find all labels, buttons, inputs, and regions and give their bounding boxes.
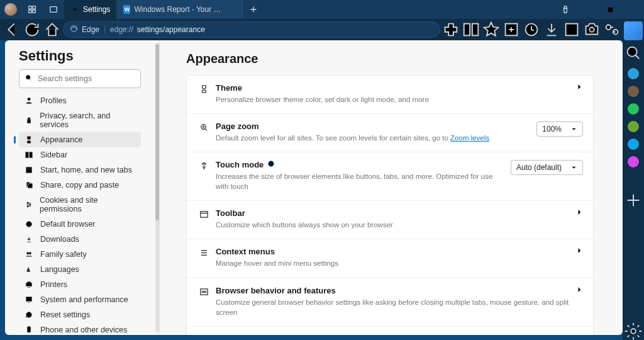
sidebar-app-telegram[interactable] bbox=[628, 68, 639, 79]
svg-rect-4 bbox=[50, 7, 57, 13]
touch-dropdown[interactable]: Auto (default) bbox=[511, 160, 583, 175]
nav-item-sidebar[interactable]: Sidebar bbox=[19, 147, 141, 162]
nav-item-family-safety[interactable]: Family safety bbox=[19, 247, 141, 262]
row-toolbar[interactable]: Toolbar Customize which buttons always s… bbox=[187, 200, 593, 239]
gear-icon bbox=[70, 5, 79, 14]
theme-icon bbox=[197, 83, 211, 94]
row-fonts[interactable]: Fonts Customize fonts and font sizes bbox=[187, 326, 593, 335]
nav-label: Profiles bbox=[40, 96, 67, 105]
chevron-right-icon bbox=[569, 247, 583, 254]
row-theme[interactable]: Theme Personalize browser theme color, s… bbox=[187, 76, 593, 113]
svg-rect-3 bbox=[33, 10, 35, 13]
sidebar-app-whatsapp[interactable] bbox=[628, 103, 639, 115]
history-icon[interactable] bbox=[522, 21, 541, 38]
nav-item-appearance[interactable]: Appearance bbox=[19, 132, 141, 147]
behavior-icon bbox=[197, 286, 211, 297]
row-desc: Increases the size of browser elements l… bbox=[216, 171, 504, 191]
svg-point-5 bbox=[74, 8, 76, 11]
zoom-levels-link[interactable]: Zoom levels bbox=[450, 134, 489, 142]
svg-point-22 bbox=[28, 98, 30, 100]
nav-item-reset-settings[interactable]: Reset settings bbox=[19, 307, 141, 322]
performance-icon[interactable] bbox=[602, 21, 621, 38]
svg-point-13 bbox=[589, 27, 594, 32]
app-icon[interactable] bbox=[562, 21, 581, 38]
nav-label: Cookies and site permissions bbox=[40, 196, 136, 213]
svg-rect-8 bbox=[464, 24, 470, 36]
nav-item-system-and-performance[interactable]: System and performance bbox=[19, 292, 141, 307]
nav-icon bbox=[24, 200, 33, 209]
sidebar-app-skype[interactable] bbox=[628, 139, 639, 150]
zoom-icon bbox=[197, 122, 211, 132]
svg-point-20 bbox=[631, 329, 636, 334]
screenshot-icon[interactable] bbox=[582, 21, 601, 38]
downloads-toolbar-icon[interactable] bbox=[542, 21, 561, 38]
copilot-button[interactable] bbox=[624, 21, 643, 40]
sidebar-app-messenger[interactable] bbox=[628, 156, 639, 167]
row-title: Fonts bbox=[216, 334, 569, 335]
tab-windowsreport[interactable]: W Windows Report - Your go-to sou bbox=[117, 0, 243, 19]
maximize-button[interactable] bbox=[599, 0, 621, 19]
svg-point-21 bbox=[26, 75, 30, 79]
nav-item-share-copy-and-paste[interactable]: Share, copy and paste bbox=[19, 178, 141, 193]
nav-item-printers[interactable]: Printers bbox=[19, 277, 141, 292]
sidebar-search-icon[interactable] bbox=[624, 44, 643, 62]
settings-search[interactable] bbox=[19, 69, 141, 88]
nav-item-languages[interactable]: Languages bbox=[19, 262, 141, 277]
tab-settings[interactable]: Settings bbox=[64, 0, 117, 19]
home-button[interactable] bbox=[43, 21, 62, 38]
nav-item-privacy-search-and-services[interactable]: Privacy, search, and services bbox=[19, 108, 141, 132]
minimize-button[interactable] bbox=[576, 0, 599, 19]
settings-nav: ProfilesPrivacy, search, and servicesApp… bbox=[19, 93, 155, 335]
refresh-button[interactable] bbox=[23, 21, 42, 38]
sidebar-app-amazon[interactable] bbox=[628, 121, 639, 132]
sidebar-scrollbar[interactable] bbox=[155, 43, 159, 332]
svg-rect-9 bbox=[472, 24, 478, 36]
sidebar-app-avatar[interactable] bbox=[628, 86, 639, 97]
svg-rect-33 bbox=[26, 283, 32, 286]
nav-icon bbox=[24, 250, 34, 259]
info-icon[interactable] bbox=[267, 160, 275, 169]
nav-icon bbox=[24, 181, 34, 190]
search-input[interactable] bbox=[38, 74, 136, 83]
touch-icon bbox=[197, 160, 211, 171]
url-path: settings/appearance bbox=[137, 25, 205, 34]
svg-rect-1 bbox=[33, 6, 35, 9]
nav-icon bbox=[24, 280, 34, 289]
workspaces-icon[interactable] bbox=[21, 5, 43, 14]
nav-item-start-home-and-new-tabs[interactable]: Start, home, and new tabs bbox=[19, 162, 141, 178]
zoom-dropdown[interactable]: 100% bbox=[536, 122, 583, 137]
row-desc: Customize which buttons always show on y… bbox=[216, 220, 569, 230]
back-button[interactable] bbox=[3, 21, 21, 38]
nav-icon bbox=[24, 265, 34, 274]
tab-actions-icon[interactable] bbox=[43, 5, 64, 14]
row-browser-behavior[interactable]: Browser behavior and features Customize … bbox=[187, 278, 593, 326]
nav-item-default-browser[interactable]: Default browser bbox=[19, 217, 141, 232]
favorites-icon[interactable] bbox=[482, 21, 501, 38]
rewards-icon[interactable] bbox=[555, 0, 576, 19]
svg-rect-12 bbox=[566, 24, 578, 36]
content-frame: Settings ProfilesPrivacy, search, and se… bbox=[5, 40, 623, 335]
svg-point-44 bbox=[204, 291, 206, 293]
sidebar-add-icon[interactable] bbox=[624, 191, 643, 209]
nav-label: Appearance bbox=[40, 135, 82, 144]
nav-item-phone-and-other-devices[interactable]: Phone and other devices bbox=[19, 322, 141, 335]
nav-icon bbox=[24, 96, 34, 105]
extensions-icon[interactable] bbox=[441, 21, 460, 38]
edge-logo-icon bbox=[70, 25, 78, 35]
nav-item-cookies-and-site-permissions[interactable]: Cookies and site permissions bbox=[19, 193, 141, 217]
sidebar-settings-icon[interactable] bbox=[624, 322, 643, 340]
row-context-menus[interactable]: Context menus Manage hover and mini menu… bbox=[187, 239, 593, 277]
nav-label: Printers bbox=[40, 280, 67, 289]
tab-label: Windows Report - Your go-to sou bbox=[134, 5, 222, 14]
nav-item-profiles[interactable]: Profiles bbox=[19, 93, 141, 108]
new-tab-button[interactable] bbox=[243, 0, 264, 19]
row-title: Context menus bbox=[216, 247, 569, 256]
close-window-button[interactable] bbox=[621, 0, 644, 19]
profile-avatar[interactable] bbox=[0, 3, 21, 16]
nav-item-downloads[interactable]: Downloads bbox=[19, 232, 141, 247]
address-bar[interactable]: Edge edge://settings/appearance bbox=[63, 21, 440, 38]
close-tab-icon[interactable] bbox=[230, 5, 236, 14]
nav-icon bbox=[24, 116, 33, 125]
collections-icon[interactable] bbox=[502, 21, 521, 38]
split-screen-icon[interactable] bbox=[462, 21, 480, 38]
